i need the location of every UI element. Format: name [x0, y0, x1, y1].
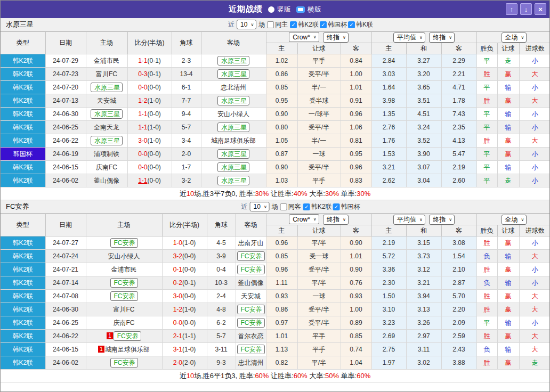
away-team-name: FC安养 [237, 345, 265, 354]
match-date: 24-07-14 [45, 276, 86, 290]
full-time-score: 3-1 [173, 346, 182, 353]
checkbox-checked-icon[interactable]: ✓ [348, 21, 355, 28]
summary-segment: 大率: [308, 190, 325, 198]
table-row: 韩K2联24-07-21金浦市民0-1(0-0)0-4FC安养0.96受平/半0… [1, 263, 550, 276]
away-team-cell: 釜山偶像 [236, 276, 266, 290]
bookmaker-select[interactable]: Crow*∨ [289, 32, 319, 42]
move-up-button[interactable]: ↑ [506, 3, 517, 15]
match-count-select[interactable]: 10∨ [250, 202, 270, 211]
corner-score: 4-5 [207, 236, 236, 250]
summary-segment: 50% [325, 372, 339, 380]
away-team-cell: FC安养 [236, 343, 266, 356]
avg-draw-odds: 3.13 [406, 303, 441, 316]
scope-select[interactable]: 全场∨ [502, 32, 527, 43]
scope-select[interactable]: 全场∨ [502, 215, 527, 225]
chevron-down-icon: ∨ [264, 205, 267, 209]
match-date: 24-07-29 [45, 54, 86, 68]
results-table: 类型 日期 主场 比分(半场) 角球 客场 Crow*∨ 终指∨ 平均值∨ 终指… [1, 214, 550, 370]
same-venue-filter[interactable]: 同主 [267, 20, 288, 29]
result-outcome: 平 [476, 148, 497, 161]
summary-segment: 单率: [339, 372, 357, 380]
average-select[interactable]: 平均值∨ [393, 32, 425, 43]
crow-away-odds: 0.85 [341, 330, 371, 343]
summary-segment: 近 [180, 190, 187, 198]
home-team-cell: FC安养 [86, 236, 162, 250]
odds-stage-select[interactable]: 终指∨ [323, 215, 349, 225]
chevron-down-icon: ∨ [343, 35, 346, 40]
league-type-cell: 韩K2联 [1, 121, 45, 134]
crow-home-odds: 1.13 [266, 343, 297, 356]
result-handicap: 走 [497, 174, 519, 187]
summary-segment: 场,胜6平1负3, 胜率: [194, 372, 255, 380]
league-filter[interactable]: ✓韩K2联 [303, 202, 332, 211]
result-handicap: 赢 [497, 263, 519, 276]
col-date: 日期 [45, 214, 86, 236]
league-filter[interactable]: ✓韩国杯 [320, 20, 347, 29]
layout-radio-vertical[interactable]: 竖版 [268, 5, 291, 14]
away-team-name: 水原三星 [217, 123, 249, 132]
summary-segment: 10 [187, 372, 194, 380]
window-buttons: ↑ ↓ × [506, 3, 546, 15]
layout-radio-horizontal[interactable]: 横版 [296, 5, 321, 14]
radio-selected-icon[interactable] [296, 6, 305, 13]
league-filter[interactable]: ✓韩K联 [348, 20, 373, 29]
match-date: 24-06-25 [45, 316, 86, 330]
avg-stage-select[interactable]: 终指∨ [429, 32, 455, 43]
away-team-cell: FC安养 [236, 316, 266, 330]
avg-draw-odds: 3.04 [406, 174, 441, 187]
checkbox-checked-icon[interactable]: ✓ [303, 203, 310, 210]
league-filter[interactable]: ✓韩国杯 [333, 202, 360, 211]
score-cell: 1-1(0-0) [127, 108, 172, 121]
move-down-button[interactable]: ↓ [520, 3, 532, 15]
corner-score: 9-3 [207, 356, 236, 370]
match-date: 24-07-13 [45, 94, 86, 108]
avg-away-odds: 2.59 [441, 330, 476, 343]
col-result-goals: 进球数 [519, 43, 550, 54]
away-team-cell: FC安养 [236, 250, 266, 263]
team-section-anyang: FC安养 近 10∨ 场 同客 ✓韩K2联✓韩国杯 类型 [1, 200, 549, 382]
checkbox-unchecked-icon[interactable] [267, 21, 274, 28]
filter-controls: 近 10∨ 场 同客 ✓韩K2联✓韩国杯 [241, 202, 360, 211]
league-filter-label: 韩K2联 [311, 202, 332, 211]
match-date: 24-07-23 [45, 68, 86, 81]
score-cell: 0-3(0-1) [127, 68, 172, 81]
half-time-score: (2-0) [182, 359, 196, 366]
chevron-down-icon: ∨ [313, 217, 317, 222]
bookmaker-select[interactable]: Crow*∨ [289, 214, 319, 224]
bookmaker-odds-group: Crow*∨ 终指∨ [266, 214, 371, 225]
avg-stage-select[interactable]: 终指∨ [429, 215, 455, 225]
scope-select-value: 全场 [505, 215, 518, 224]
col-date: 日期 [45, 32, 86, 54]
match-date: 24-07-27 [45, 236, 86, 250]
away-team-cell: 水原三星 [201, 174, 266, 187]
result-outcome: 负 [476, 276, 497, 290]
score-cell: 1-2(1-0) [162, 303, 207, 316]
radio-unselected-icon[interactable] [268, 6, 274, 13]
avg-stage-select-value: 终指 [433, 33, 446, 42]
col-crow-away: 客 [341, 225, 371, 236]
score-cell: 3-1(1-0) [162, 343, 207, 356]
corner-score: 10-3 [207, 276, 236, 290]
summary-segment: 让胜率: [269, 372, 293, 380]
league-filter-label: 韩国杯 [328, 20, 347, 29]
league-type-cell: 韩K2联 [1, 108, 45, 121]
average-select[interactable]: 平均值∨ [393, 215, 425, 225]
crow-home-odds: 0.86 [266, 303, 297, 316]
odds-stage-select[interactable]: 终指∨ [323, 32, 349, 43]
half-time-score: (1-0) [182, 306, 196, 313]
match-count-select[interactable]: 10∨ [237, 20, 256, 29]
half-time-score: (0-0) [148, 110, 161, 118]
chevron-down-icon: ∨ [521, 35, 524, 40]
league-filter[interactable]: ✓韩K2联 [290, 20, 319, 29]
checkbox-checked-icon[interactable]: ✓ [333, 203, 339, 210]
crow-away-odds: 1.00 [341, 303, 371, 316]
same-venue-filter[interactable]: 同客 [280, 202, 301, 211]
close-button[interactable]: × [535, 3, 546, 15]
col-score: 比分(半场) [162, 214, 207, 236]
result-handicap: 赢 [497, 303, 519, 316]
result-handicap: 输 [497, 108, 519, 121]
checkbox-unchecked-icon[interactable] [280, 203, 287, 210]
checkbox-checked-icon[interactable]: ✓ [320, 21, 327, 28]
home-team-cell: 全南天龙 [86, 121, 127, 134]
checkbox-checked-icon[interactable]: ✓ [290, 21, 297, 28]
